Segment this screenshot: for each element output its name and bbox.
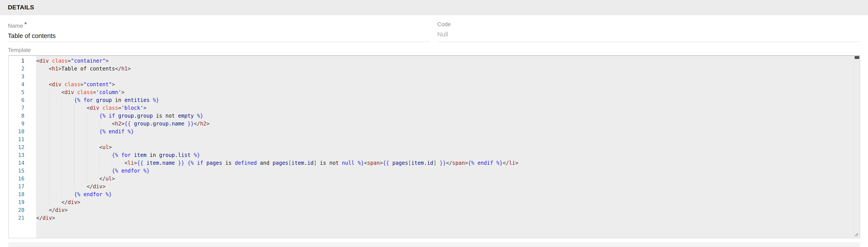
template-label: Template [8, 47, 31, 54]
code-line: <h2>{{ group.group.name }}</h2> [36, 120, 854, 128]
details-panel: DETAILS Name* Table of contents Code Nul… [0, 0, 868, 247]
code-line: <ul> [36, 143, 854, 151]
name-field-underline [8, 41, 430, 42]
line-number[interactable]: 12 [9, 143, 36, 151]
name-label: Name* [8, 21, 430, 29]
code-input[interactable]: Null [437, 31, 860, 38]
code-line: {% endfor %} [36, 190, 854, 198]
code-field-underline [437, 41, 860, 42]
code-line: {% for group in entities %} [36, 96, 854, 104]
code-line: <div class="content"> [36, 81, 854, 88]
editor-content[interactable]: <div class="container"> <h1>Table of con… [36, 56, 854, 238]
code-line: <li>{{ item.name }} {% if pages is defin… [36, 159, 854, 167]
line-number[interactable]: 21 [9, 214, 36, 222]
name-input[interactable]: Table of contents [8, 32, 430, 39]
code-line: </div> [36, 198, 854, 206]
line-number[interactable]: 18 [9, 190, 36, 198]
scrollbar-thumb[interactable] [855, 56, 859, 59]
code-line: <div class='column'> [36, 88, 854, 96]
code-line: <div class='block'> [36, 104, 854, 112]
code-line: {% for item in group.list %} [36, 151, 854, 159]
line-number[interactable]: 7 [9, 104, 36, 112]
code-label: Code [437, 21, 860, 28]
required-asterisk: * [24, 21, 27, 28]
line-number[interactable]: 2 [9, 65, 36, 73]
code-line: </div> [36, 214, 854, 222]
next-section-strip [8, 242, 860, 247]
line-number[interactable]: 19 [9, 198, 36, 206]
code-line: {% endfor %} [36, 167, 854, 175]
line-number[interactable]: 13 [9, 151, 36, 159]
code-line: </ul> [36, 175, 854, 183]
code-line: </div> [36, 183, 854, 190]
code-line: <div class="container"> [36, 57, 854, 65]
line-number[interactable]: 10 [9, 128, 36, 135]
line-number[interactable]: 14 [9, 159, 36, 167]
code-line [36, 73, 854, 81]
line-number[interactable]: 20 [9, 206, 36, 214]
line-number[interactable]: 15 [9, 167, 36, 175]
line-number[interactable]: 5 [9, 88, 36, 96]
line-number[interactable]: 11 [9, 135, 36, 143]
section-title: DETAILS [8, 4, 34, 11]
code-field: Code Null [437, 21, 860, 42]
template-editor[interactable]: 123456789101112131415161718192021 <div c… [8, 55, 860, 238]
line-number[interactable]: 8 [9, 112, 36, 120]
code-line: <h1>Table of contents</h1> [36, 65, 854, 73]
code-line: {% if group.group is not empty %} [36, 112, 854, 120]
editor-scrollbar[interactable] [854, 56, 860, 238]
resize-handle-icon[interactable] [854, 233, 859, 237]
details-header: DETAILS [0, 0, 868, 15]
name-field: Name* Table of contents [8, 21, 430, 42]
line-number[interactable]: 1 [9, 57, 36, 65]
line-number[interactable]: 17 [9, 183, 36, 190]
line-number[interactable]: 6 [9, 96, 36, 104]
line-number[interactable]: 3 [9, 73, 36, 81]
line-number[interactable]: 16 [9, 175, 36, 183]
line-number[interactable]: 4 [9, 81, 36, 88]
code-line [36, 135, 854, 143]
code-line: </div> [36, 206, 854, 214]
line-number[interactable]: 9 [9, 120, 36, 128]
code-line: {% endif %} [36, 128, 854, 135]
editor-gutter[interactable]: 123456789101112131415161718192021 [9, 56, 36, 238]
